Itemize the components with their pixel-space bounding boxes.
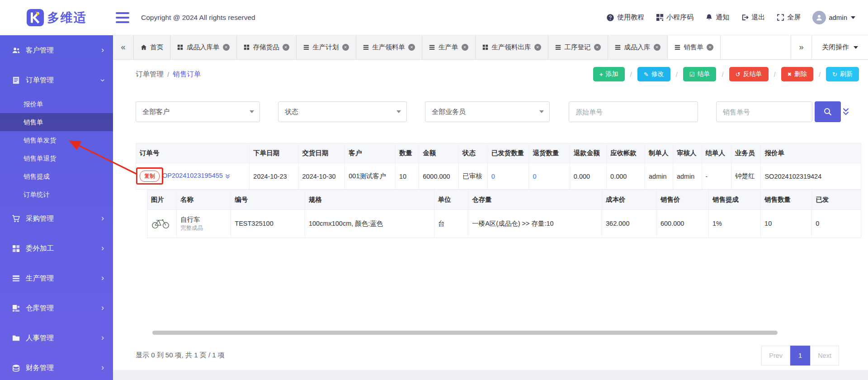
order-no-link[interactable]: OP20241023195455 [162,172,223,179]
reopen-order-button[interactable]: 反结单 [729,67,769,81]
app-logo[interactable]: 多维适 [0,9,113,26]
breadcrumb: 订单管理 / 销售订单 添加 / 修改 / 结单 / 反结单 / 删除 / 刷新 [113,60,868,89]
close-icon[interactable] [462,44,468,51]
help-circle-icon [606,14,614,22]
sidebar-item-sales-order[interactable]: 销售单 [0,113,113,131]
tab-finished-goods-inbound-order[interactable]: 成品入库单 [170,35,237,59]
logo-text: 多维适 [47,10,87,26]
close-order-button[interactable]: 结单 [683,67,717,81]
close-icon[interactable] [654,44,660,51]
home-icon [141,44,147,51]
unit-cell: 台 [434,210,468,238]
warehouse-icon [12,304,20,313]
detail-row: 自行车 完整成品 TEST325100 100cmx100cm, 颜色:蓝色 台… [147,210,861,238]
close-icon[interactable] [223,44,230,51]
content-panel: 订单管理 / 销售订单 添加 / 修改 / 结单 / 反结单 / 删除 / 刷新… [113,60,868,370]
tabbar: 首页 成品入库单 存储货品 生产计划 生产领料单 生产单 [113,35,868,60]
fullscreen-link[interactable]: 全屏 [777,13,801,22]
chevron-right-icon: › [101,273,104,283]
edit-button[interactable]: 修改 [637,67,670,81]
breadcrumb-current: 销售订单 [173,70,201,79]
search-button[interactable] [815,101,841,122]
product-code-cell: TEST325100 [231,210,305,238]
sidebar-item-sales-shipment[interactable]: 销售单发货 [0,131,113,149]
chevron-down-icon [854,46,858,49]
advanced-filter-toggle-icon[interactable] [841,107,851,117]
tab-production-order[interactable]: 生产单 [422,35,476,59]
close-icon[interactable] [594,44,601,51]
sidebar-item-finance[interactable]: 财务管理 › [0,353,113,380]
tab-finished-goods-inbound[interactable]: 成品入库 [608,35,668,59]
close-icon[interactable] [408,44,415,51]
tab-production-picking-order[interactable]: 生产领料单 [356,35,423,59]
sidebar-item-hr[interactable]: 人事管理 › [0,323,113,353]
menu-toggle-icon[interactable] [116,12,129,23]
orders-table-wrap: 订单号 下单日期 交货日期 客户 数量 金额 状态 已发货数量 退货数量 退款金… [136,143,861,238]
sidebar-item-production[interactable]: 生产管理 › [0,263,113,293]
tabs-scroll-left-icon[interactable] [113,35,134,59]
return-qty-link[interactable]: 0 [533,173,536,180]
cost-price-cell: 362.000 [602,210,657,238]
grid-icon [482,44,489,51]
sidebar-item-sales-commission[interactable]: 销售提成 [0,167,113,185]
product-type-label: 完整成品 [180,225,227,232]
breadcrumb-parent[interactable]: 订单管理 [136,70,164,79]
close-icon[interactable] [283,44,289,51]
notifications-link[interactable]: 通知 [705,13,729,22]
list-icon [363,44,369,51]
status-cell: 已审核 [459,163,488,190]
add-button[interactable]: 添加 [593,67,625,81]
sidebar-item-orders[interactable]: 订单管理 › [0,65,113,95]
original-no-field-wrap [569,101,698,122]
tab-home[interactable]: 首页 [134,35,170,59]
expand-detail-icon[interactable] [225,173,231,179]
delete-button[interactable]: 删除 [781,67,813,81]
order-row[interactable]: 复制OP20241023195455 2024-10-23 2024-10-30… [136,163,861,190]
help-link[interactable]: 使用教程 [606,13,644,22]
customer-select[interactable]: 全部客户 [136,101,260,122]
status-select[interactable]: 状态 [278,101,407,122]
next-page-button[interactable]: Next [810,346,839,366]
tab-sales-order[interactable]: 销售单 [668,35,721,59]
sidebar-item-sales-return[interactable]: 销售单退货 [0,149,113,167]
horizontal-scrollbar[interactable] [152,331,778,335]
grid-icon [177,44,184,51]
logo-k-icon [27,9,44,26]
sidebar-item-outsourcing[interactable]: 委外加工 › [0,233,113,263]
close-icon[interactable] [534,44,541,51]
tabs-scroll-right-icon[interactable] [791,35,811,59]
tab-production-plan[interactable]: 生产计划 [297,35,356,59]
tab-stored-goods[interactable]: 存储货品 [237,35,297,59]
close-operations-menu[interactable]: 关闭操作 [811,35,868,59]
tab-process-registration[interactable]: 工序登记 [548,35,608,59]
order-detail-table: 图片 名称 编号 规格 单位 仓存量 成本价 销售价 销售提成 销售数量 已发 [147,190,861,238]
sidebar-item-quotation[interactable]: 报价单 [0,95,113,113]
miniprogram-link[interactable]: 小程序码 [656,13,693,22]
shipped-qty-link[interactable]: 0 [491,173,495,180]
chevron-down-icon [539,110,544,113]
sidebar-item-purchasing[interactable]: 采购管理 › [0,204,113,233]
orders-table: 订单号 下单日期 交货日期 客户 数量 金额 状态 已发货数量 退货数量 退款金… [136,143,861,190]
tab-production-picking-outbound[interactable]: 生产领料出库 [476,35,548,59]
logout-link[interactable]: 退出 [741,13,765,22]
close-icon[interactable] [342,44,349,51]
sales-no-input[interactable] [723,108,806,116]
salesman-cell: 钟楚红 [731,163,760,190]
chevron-down-icon [250,110,254,113]
page-1-button[interactable]: 1 [790,346,810,366]
sidebar-item-order-stats[interactable]: 订单统计 [0,185,113,204]
product-image-cell[interactable] [147,210,177,238]
user-menu[interactable]: admin [812,11,855,24]
salesman-select[interactable]: 全部业务员 [425,101,550,122]
chevron-right-icon: › [101,45,104,55]
original-no-input[interactable] [576,108,691,116]
sidebar-item-customers[interactable]: 客户管理 › [0,35,113,65]
prev-page-button[interactable]: Prev [761,346,790,366]
sidebar-item-warehouse[interactable]: 仓库管理 › [0,293,113,323]
chevron-right-icon: › [101,214,104,223]
user-icon [815,14,823,22]
refresh-button[interactable]: 刷新 [826,67,859,81]
commission-cell: 1% [708,210,760,238]
close-icon[interactable] [707,44,713,51]
copy-button[interactable]: 复制 [140,171,160,182]
